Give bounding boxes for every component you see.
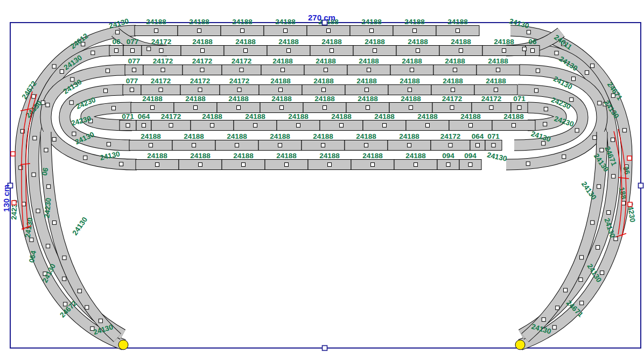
track-joint-marker (469, 124, 473, 127)
track-joint-marker (468, 163, 472, 167)
track-part-label: 24188 (451, 38, 471, 46)
track-part-label: 24188 (358, 95, 378, 103)
track-joint-marker (198, 29, 201, 33)
track-part-label: 077 (127, 38, 139, 46)
track-part-label: 24188 (362, 152, 383, 160)
track-joint-marker (579, 255, 583, 259)
track-joint-marker (555, 51, 558, 55)
track-joint-marker (365, 144, 368, 147)
track-joint-marker (410, 68, 414, 72)
selection-handle[interactable] (323, 346, 327, 351)
track-joint-marker (235, 144, 239, 147)
track-joint-marker (284, 29, 288, 33)
track-part-label: 077 (126, 77, 138, 85)
track-part-label: 24188 (314, 95, 335, 103)
selected-track-handle[interactable] (627, 156, 632, 160)
track-part-label: 071 (513, 95, 526, 103)
track-plan-canvas[interactable]: 2418824188241882418824188241882418824188… (0, 0, 644, 362)
track-joint-marker (600, 271, 604, 275)
track-joint-marker (449, 144, 452, 147)
track-part-label: 24188 (445, 57, 465, 65)
track-joint-marker (44, 148, 48, 152)
track-part-label: 24188 (313, 132, 333, 140)
track-joint-marker (552, 325, 556, 329)
track-part-label: 24188 (356, 77, 377, 85)
track-part-label: 24188 (321, 38, 342, 46)
track-joint-marker (527, 30, 530, 34)
track-part-label: 24188 (447, 18, 468, 26)
track-part-label: 24188 (271, 95, 292, 103)
track-joint-marker (456, 29, 460, 33)
track-joint-marker (237, 88, 241, 92)
track-joint-marker (22, 202, 26, 206)
track-joint-marker (240, 68, 243, 72)
track-joint-marker (543, 122, 547, 126)
track-part-label: 24172 (232, 57, 252, 65)
track-part-label: 24172 (481, 95, 502, 103)
track-joint-marker (611, 138, 614, 141)
track-joint-marker (562, 155, 566, 159)
track-joint-marker (330, 49, 334, 53)
track-joint-marker (570, 98, 573, 102)
track-part-label: 064 (138, 112, 150, 120)
track-joint-marker (151, 106, 155, 110)
track-joint-marker (116, 30, 120, 34)
selected-track-handle[interactable] (11, 152, 15, 156)
track-joint-marker (83, 156, 87, 160)
track-joint-marker (60, 69, 64, 73)
track-joint-marker (453, 68, 457, 72)
track-joint-marker (489, 106, 493, 110)
track-joint-marker (52, 221, 56, 224)
selection-handle[interactable] (639, 183, 643, 188)
track-joint-marker (19, 166, 23, 169)
track-joint-marker (571, 77, 575, 81)
track-part-label: 24188 (331, 112, 352, 120)
track-joint-marker (590, 64, 594, 68)
track-joint-marker (542, 318, 545, 322)
track-part-label: 24188 (245, 112, 265, 120)
track-part-label: 24188 (190, 152, 211, 160)
track-part-label: 24188 (399, 132, 419, 140)
track-joint-marker (78, 289, 81, 293)
track-part-label: 24188 (405, 152, 426, 160)
track-joint-marker (476, 144, 480, 147)
track-joint-marker (201, 49, 205, 53)
track-joint-marker (373, 49, 377, 53)
track-part-label: 24172 (151, 77, 171, 85)
track-joint-marker (408, 144, 411, 147)
track-joint-marker (149, 144, 153, 147)
track-joint-marker (147, 47, 151, 51)
track-joint-marker (32, 173, 36, 176)
track-joint-marker (278, 144, 282, 147)
track-part-label: 071 (122, 112, 134, 120)
track-part-label: 24188 (142, 95, 163, 103)
selected-track-handle[interactable] (628, 202, 632, 207)
buffer-stop-right[interactable] (515, 340, 525, 350)
track-joint-marker (591, 221, 594, 224)
track-joint-marker (446, 163, 450, 167)
track-part-label: 24172 (192, 57, 213, 65)
track-joint-marker (192, 144, 196, 147)
selected-track-handle[interactable] (12, 201, 16, 205)
track-part-label: 24188 (235, 38, 256, 46)
track-joint-marker (597, 184, 601, 188)
track-part-label: 24188 (408, 38, 428, 46)
track-joint-marker (200, 68, 204, 72)
track-joint-marker (534, 89, 538, 93)
track-part-label: 24188 (316, 57, 336, 65)
buffer-stop-left[interactable] (118, 340, 128, 350)
track-part-label: 24172 (153, 57, 173, 65)
track-joint-marker (194, 106, 198, 110)
track-joint-marker (130, 88, 134, 92)
track-part-label: 24172 (161, 112, 181, 120)
track-part-label: 24188 (185, 95, 206, 103)
track-joint-marker (383, 124, 387, 127)
track-part-label: 24188 (227, 132, 247, 140)
track-joint-marker (287, 49, 291, 53)
track-joint-marker (556, 306, 559, 310)
track-part-label: 24188 (365, 38, 385, 46)
track-joint-marker (370, 29, 374, 33)
track-joint-marker (367, 68, 371, 72)
track-joint-marker (169, 124, 173, 127)
track-joint-marker (598, 101, 601, 105)
